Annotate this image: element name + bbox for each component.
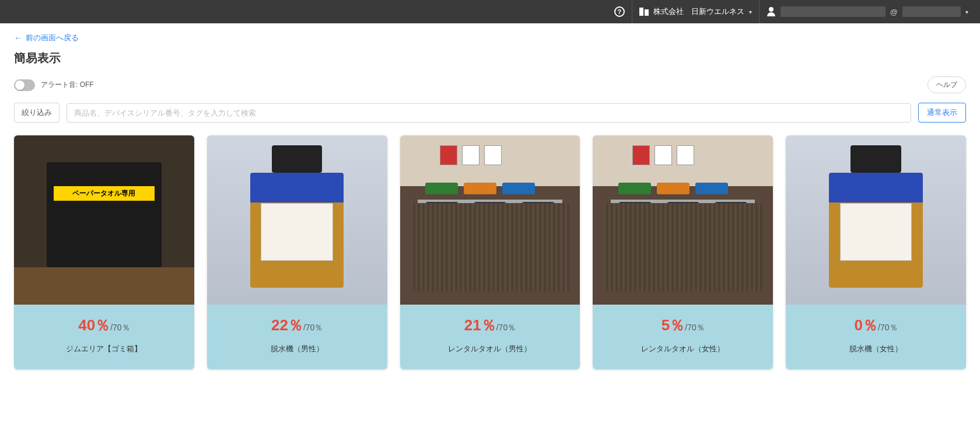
device-card[interactable]: 21％/70％レンタルタオル（男性） [400, 135, 580, 369]
device-label: ジムエリア【ゴミ箱】 [20, 344, 188, 354]
help-icon: ? [614, 6, 625, 17]
user-icon [766, 7, 776, 16]
normal-view-button[interactable]: 通常表示 [918, 103, 966, 123]
help-section[interactable]: ? [607, 0, 632, 23]
back-link[interactable]: ← 前の画面へ戻る [14, 33, 79, 43]
device-card-footer: 0％/70％脱水機（女性） [786, 305, 966, 369]
search-input[interactable] [66, 103, 911, 123]
device-card-footer: 22％/70％脱水機（男性） [207, 305, 387, 369]
device-label: レンタルタオル（男性） [406, 344, 575, 354]
back-label: 前の画面へ戻る [26, 33, 79, 43]
device-label: 脱水機（男性） [213, 344, 382, 354]
user-domain-masked [902, 6, 961, 17]
fill-percent: 5％ [662, 316, 685, 334]
device-card[interactable]: 22％/70％脱水機（男性） [207, 135, 387, 369]
org-switcher[interactable]: 株式会社 日新ウエルネス ▾ [632, 0, 759, 23]
card-grid: 40％/70％ジムエリア【ゴミ箱】22％/70％脱水機（男性）21％/70％レン… [14, 135, 966, 369]
device-thumbnail [14, 135, 194, 305]
device-card-footer: 21％/70％レンタルタオル（男性） [400, 305, 580, 369]
top-bar: ? 株式会社 日新ウエルネス ▾ @ ▾ [0, 0, 980, 23]
fill-percent: 40％ [78, 316, 110, 334]
user-name-masked [780, 6, 886, 17]
device-thumbnail [400, 135, 580, 305]
threshold-percent: /70％ [878, 323, 897, 332]
page-title: 簡易表示 [14, 50, 966, 66]
device-label: 脱水機（女性） [792, 344, 960, 354]
threshold-percent: /70％ [110, 323, 130, 332]
fill-percent: 0％ [855, 316, 878, 334]
filter-row: 絞り込み 通常表示 [14, 103, 966, 123]
chevron-down-icon: ▾ [749, 9, 752, 15]
filter-button[interactable]: 絞り込み [14, 103, 60, 123]
threshold-percent: /70％ [303, 323, 323, 332]
alert-left: アラート音: OFF [14, 79, 94, 91]
device-card-footer: 40％/70％ジムエリア【ゴミ箱】 [14, 305, 194, 369]
toggle-knob [15, 81, 24, 90]
user-menu[interactable]: @ ▾ [759, 0, 975, 23]
device-card[interactable]: 5％/70％レンタルタオル（女性） [593, 135, 773, 369]
fill-percent: 21％ [464, 316, 496, 334]
threshold-percent: /70％ [685, 323, 704, 332]
help-button[interactable]: ヘルプ [928, 76, 966, 93]
device-thumbnail [786, 135, 966, 305]
alert-sound-toggle[interactable] [14, 79, 35, 91]
alert-sound-label: アラート音: OFF [41, 80, 94, 90]
arrow-left-icon: ← [14, 33, 22, 43]
alert-row: アラート音: OFF ヘルプ [14, 76, 966, 93]
device-thumbnail [593, 135, 773, 305]
device-label: レンタルタオル（女性） [598, 344, 767, 354]
device-card[interactable]: 0％/70％脱水機（女性） [786, 135, 966, 369]
org-name: 株式会社 日新ウエルネス [653, 6, 744, 17]
building-icon [639, 8, 649, 16]
fill-percent: 22％ [271, 316, 303, 334]
page-body: ← 前の画面へ戻る 簡易表示 アラート音: OFF ヘルプ 絞り込み 通常表示 … [0, 23, 980, 379]
email-at: @ [890, 8, 898, 16]
device-card-footer: 5％/70％レンタルタオル（女性） [593, 305, 773, 369]
device-thumbnail [207, 135, 387, 305]
chevron-down-icon: ▾ [965, 9, 968, 15]
threshold-percent: /70％ [496, 323, 516, 332]
device-card[interactable]: 40％/70％ジムエリア【ゴミ箱】 [14, 135, 194, 369]
